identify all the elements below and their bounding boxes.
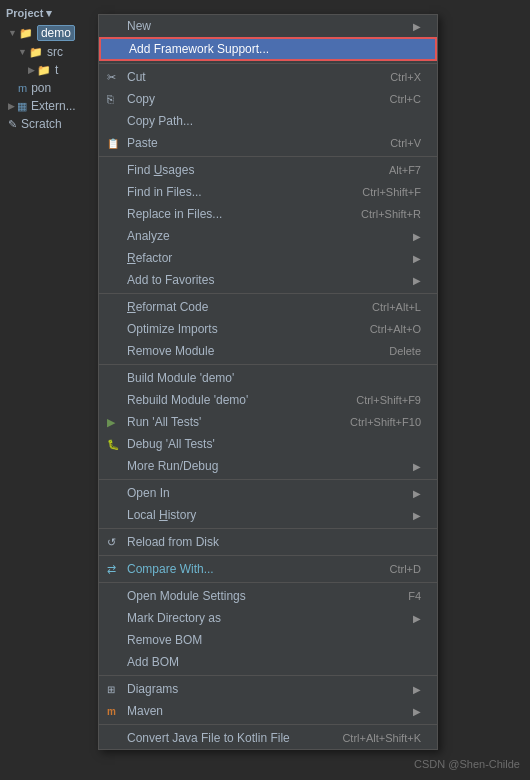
separator-2 <box>99 156 437 157</box>
replace-in-files-shortcut: Ctrl+Shift+R <box>361 208 421 220</box>
menu-item-compare-with[interactable]: ⇄ Compare With... Ctrl+D <box>99 558 437 580</box>
refactor-arrow: ▶ <box>413 253 421 264</box>
sidebar-item-external[interactable]: ▶ ▦ Extern... <box>0 97 110 115</box>
menu-item-copy[interactable]: ⎘ Copy Ctrl+C <box>99 88 437 110</box>
menu-item-reload-disk-label: Reload from Disk <box>127 535 421 549</box>
menu-item-run-tests[interactable]: ▶ Run 'All Tests' Ctrl+Shift+F10 <box>99 411 437 433</box>
menu-item-new[interactable]: New ▶ <box>99 15 437 37</box>
menu-item-find-usages[interactable]: Find Usages Alt+F7 <box>99 159 437 181</box>
cut-shortcut: Ctrl+X <box>390 71 421 83</box>
menu-item-more-run-debug-label: More Run/Debug <box>127 459 413 473</box>
run-icon: ▶ <box>107 416 115 429</box>
maven-arrow: ▶ <box>413 706 421 717</box>
menu-item-remove-bom-label: Remove BOM <box>127 633 421 647</box>
menu-item-module-settings-label: Open Module Settings <box>127 589 388 603</box>
more-run-debug-arrow: ▶ <box>413 461 421 472</box>
menu-item-remove-bom[interactable]: Remove BOM <box>99 629 437 651</box>
menu-item-add-bom-label: Add BOM <box>127 655 421 669</box>
mpon-label: pon <box>31 81 51 95</box>
sidebar-item-scratch[interactable]: ✎ Scratch <box>0 115 110 133</box>
t-label: t <box>55 63 58 77</box>
menu-item-paste[interactable]: 📋 Paste Ctrl+V <box>99 132 437 154</box>
diagrams-icon: ⊞ <box>107 684 115 695</box>
diagrams-arrow: ▶ <box>413 684 421 695</box>
menu-item-diagrams-label: Diagrams <box>127 682 413 696</box>
find-in-files-shortcut: Ctrl+Shift+F <box>362 186 421 198</box>
menu-item-build-module-label: Build Module 'demo' <box>127 371 421 385</box>
separator-1 <box>99 63 437 64</box>
mark-directory-arrow: ▶ <box>413 613 421 624</box>
sidebar-item-mpon[interactable]: m pon <box>0 79 110 97</box>
menu-item-optimize-imports-label: Optimize Imports <box>127 322 350 336</box>
menu-item-copy-path[interactable]: Copy Path... <box>99 110 437 132</box>
external-label: Extern... <box>31 99 76 113</box>
menu-item-cut[interactable]: ✂ Cut Ctrl+X <box>99 66 437 88</box>
external-icon: ▦ <box>17 100 27 113</box>
expand-arrow: ▼ <box>8 28 17 38</box>
menu-item-replace-in-files[interactable]: Replace in Files... Ctrl+Shift+R <box>99 203 437 225</box>
src-folder-icon: 📁 <box>29 46 43 59</box>
context-menu: New ▶ Add Framework Support... ✂ Cut Ctr… <box>98 14 438 750</box>
menu-item-reformat-code[interactable]: Reformat Code Ctrl+Alt+L <box>99 296 437 318</box>
watermark: CSDN @Shen-Childe <box>414 758 520 770</box>
menu-item-convert-java-label: Convert Java File to Kotlin File <box>127 731 322 745</box>
analyze-arrow: ▶ <box>413 231 421 242</box>
menu-item-remove-module[interactable]: Remove Module Delete <box>99 340 437 362</box>
menu-item-mark-directory[interactable]: Mark Directory as ▶ <box>99 607 437 629</box>
menu-item-build-module[interactable]: Build Module 'demo' <box>99 367 437 389</box>
menu-item-maven-label: Maven <box>127 704 413 718</box>
project-label: Project ▾ <box>6 7 52 20</box>
watermark-text: CSDN @Shen-Childe <box>414 758 520 770</box>
menu-item-rebuild-module[interactable]: Rebuild Module 'demo' Ctrl+Shift+F9 <box>99 389 437 411</box>
reformat-shortcut: Ctrl+Alt+L <box>372 301 421 313</box>
menu-item-debug-tests[interactable]: 🐛 Debug 'All Tests' <box>99 433 437 455</box>
separator-9 <box>99 675 437 676</box>
expand-arrow-external: ▶ <box>8 101 15 111</box>
sidebar-item-t[interactable]: ▶ 📁 t <box>0 61 110 79</box>
menu-item-copy-path-label: Copy Path... <box>127 114 421 128</box>
menu-item-find-in-files[interactable]: Find in Files... Ctrl+Shift+F <box>99 181 437 203</box>
menu-item-convert-java[interactable]: Convert Java File to Kotlin File Ctrl+Al… <box>99 727 437 749</box>
sidebar-header: Project ▾ <box>0 4 110 23</box>
sidebar-item-src[interactable]: ▼ 📁 src <box>0 43 110 61</box>
menu-item-add-framework-label: Add Framework Support... <box>129 42 419 56</box>
menu-item-local-history[interactable]: Local History ▶ <box>99 504 437 526</box>
separator-4 <box>99 364 437 365</box>
menu-item-diagrams[interactable]: ⊞ Diagrams ▶ <box>99 678 437 700</box>
menu-item-add-favorites[interactable]: Add to Favorites ▶ <box>99 269 437 291</box>
m-icon: m <box>18 82 27 94</box>
menu-item-optimize-imports[interactable]: Optimize Imports Ctrl+Alt+O <box>99 318 437 340</box>
menu-item-new-label: New <box>127 19 413 33</box>
compare-icon: ⇄ <box>107 563 116 576</box>
menu-item-maven[interactable]: m Maven ▶ <box>99 700 437 722</box>
cut-icon: ✂ <box>107 71 116 84</box>
menu-item-run-tests-label: Run 'All Tests' <box>127 415 330 429</box>
copy-shortcut: Ctrl+C <box>390 93 421 105</box>
sidebar-item-demo[interactable]: ▼ 📁 demo <box>0 23 110 43</box>
menu-item-reformat-code-label: Reformat Code <box>127 300 352 314</box>
menu-item-reload-disk[interactable]: ↺ Reload from Disk <box>99 531 437 553</box>
menu-item-mark-directory-label: Mark Directory as <box>127 611 413 625</box>
menu-item-debug-tests-label: Debug 'All Tests' <box>127 437 421 451</box>
t-folder-icon: 📁 <box>37 64 51 77</box>
menu-item-module-settings[interactable]: Open Module Settings F4 <box>99 585 437 607</box>
menu-item-add-framework[interactable]: Add Framework Support... <box>99 37 437 61</box>
convert-java-shortcut: Ctrl+Alt+Shift+K <box>342 732 421 744</box>
menu-item-refactor-label: Refactor <box>127 251 413 265</box>
scratch-label: Scratch <box>21 117 62 131</box>
menu-item-open-in[interactable]: Open In ▶ <box>99 482 437 504</box>
menu-item-more-run-debug[interactable]: More Run/Debug ▶ <box>99 455 437 477</box>
rebuild-shortcut: Ctrl+Shift+F9 <box>356 394 421 406</box>
run-tests-shortcut: Ctrl+Shift+F10 <box>350 416 421 428</box>
optimize-shortcut: Ctrl+Alt+O <box>370 323 421 335</box>
maven-icon: m <box>107 706 116 717</box>
menu-item-refactor[interactable]: Refactor ▶ <box>99 247 437 269</box>
open-in-arrow: ▶ <box>413 488 421 499</box>
menu-item-add-bom[interactable]: Add BOM <box>99 651 437 673</box>
menu-item-analyze[interactable]: Analyze ▶ <box>99 225 437 247</box>
separator-3 <box>99 293 437 294</box>
menu-item-compare-with-label: Compare With... <box>127 562 370 576</box>
demo-label: demo <box>37 25 75 41</box>
folder-icon: 📁 <box>19 27 33 40</box>
debug-icon: 🐛 <box>107 439 119 450</box>
